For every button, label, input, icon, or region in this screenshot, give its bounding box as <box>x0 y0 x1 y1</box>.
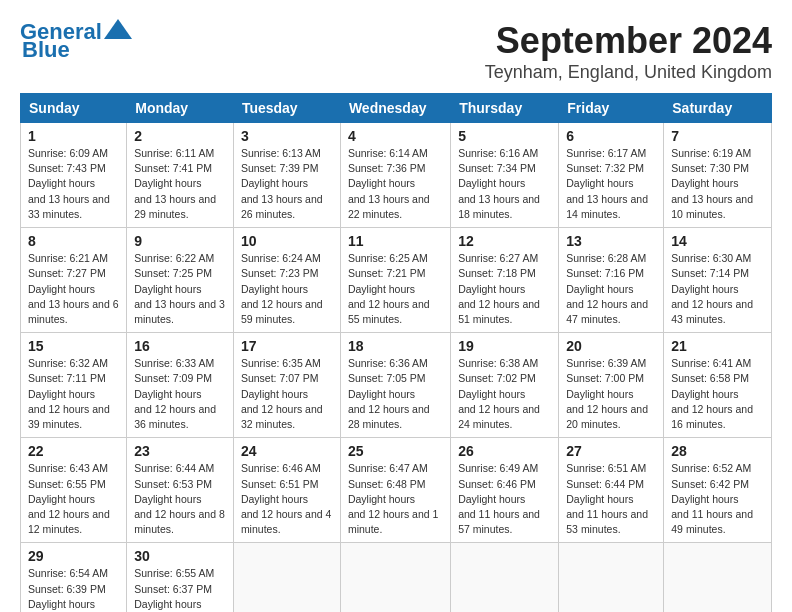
day-number: 13 <box>566 233 656 249</box>
table-row <box>451 543 559 612</box>
table-row: 1 Sunrise: 6:09 AMSunset: 7:43 PMDayligh… <box>21 123 127 228</box>
header-thursday: Thursday <box>451 94 559 123</box>
day-number: 5 <box>458 128 551 144</box>
day-info: Sunrise: 6:25 AMSunset: 7:21 PMDaylight … <box>348 251 443 327</box>
day-number: 8 <box>28 233 119 249</box>
day-info: Sunrise: 6:16 AMSunset: 7:34 PMDaylight … <box>458 146 551 222</box>
header-saturday: Saturday <box>664 94 772 123</box>
title-block: September 2024 Teynham, England, United … <box>485 20 772 83</box>
day-number: 22 <box>28 443 119 459</box>
table-row: 17 Sunrise: 6:35 AMSunset: 7:07 PMDaylig… <box>233 333 340 438</box>
day-info: Sunrise: 6:44 AMSunset: 6:53 PMDaylight … <box>134 461 226 537</box>
table-row <box>233 543 340 612</box>
table-row: 27 Sunrise: 6:51 AMSunset: 6:44 PMDaylig… <box>559 438 664 543</box>
day-info: Sunrise: 6:36 AMSunset: 7:05 PMDaylight … <box>348 356 443 432</box>
table-row: 14 Sunrise: 6:30 AMSunset: 7:14 PMDaylig… <box>664 228 772 333</box>
day-number: 28 <box>671 443 764 459</box>
table-row: 4 Sunrise: 6:14 AMSunset: 7:36 PMDayligh… <box>340 123 450 228</box>
day-number: 7 <box>671 128 764 144</box>
day-info: Sunrise: 6:22 AMSunset: 7:25 PMDaylight … <box>134 251 226 327</box>
day-number: 17 <box>241 338 333 354</box>
table-row: 22 Sunrise: 6:43 AMSunset: 6:55 PMDaylig… <box>21 438 127 543</box>
day-number: 14 <box>671 233 764 249</box>
logo-blue-text: Blue <box>22 37 70 62</box>
day-info: Sunrise: 6:24 AMSunset: 7:23 PMDaylight … <box>241 251 333 327</box>
day-info: Sunrise: 6:21 AMSunset: 7:27 PMDaylight … <box>28 251 119 327</box>
day-number: 24 <box>241 443 333 459</box>
table-row: 24 Sunrise: 6:46 AMSunset: 6:51 PMDaylig… <box>233 438 340 543</box>
logo-icon <box>104 19 132 39</box>
table-row: 20 Sunrise: 6:39 AMSunset: 7:00 PMDaylig… <box>559 333 664 438</box>
table-row <box>340 543 450 612</box>
table-row: 26 Sunrise: 6:49 AMSunset: 6:46 PMDaylig… <box>451 438 559 543</box>
day-info: Sunrise: 6:47 AMSunset: 6:48 PMDaylight … <box>348 461 443 537</box>
calendar-week-row: 1 Sunrise: 6:09 AMSunset: 7:43 PMDayligh… <box>21 123 772 228</box>
table-row: 8 Sunrise: 6:21 AMSunset: 7:27 PMDayligh… <box>21 228 127 333</box>
table-row: 21 Sunrise: 6:41 AMSunset: 6:58 PMDaylig… <box>664 333 772 438</box>
calendar-body: 1 Sunrise: 6:09 AMSunset: 7:43 PMDayligh… <box>21 123 772 613</box>
day-info: Sunrise: 6:17 AMSunset: 7:32 PMDaylight … <box>566 146 656 222</box>
day-number: 9 <box>134 233 226 249</box>
day-info: Sunrise: 6:35 AMSunset: 7:07 PMDaylight … <box>241 356 333 432</box>
table-row: 6 Sunrise: 6:17 AMSunset: 7:32 PMDayligh… <box>559 123 664 228</box>
calendar-table: Sunday Monday Tuesday Wednesday Thursday… <box>20 93 772 612</box>
day-number: 1 <box>28 128 119 144</box>
table-row: 25 Sunrise: 6:47 AMSunset: 6:48 PMDaylig… <box>340 438 450 543</box>
calendar-title: September 2024 <box>485 20 772 62</box>
table-row: 19 Sunrise: 6:38 AMSunset: 7:02 PMDaylig… <box>451 333 559 438</box>
table-row: 16 Sunrise: 6:33 AMSunset: 7:09 PMDaylig… <box>127 333 234 438</box>
day-number: 15 <box>28 338 119 354</box>
day-info: Sunrise: 6:39 AMSunset: 7:00 PMDaylight … <box>566 356 656 432</box>
day-number: 3 <box>241 128 333 144</box>
calendar-week-row: 15 Sunrise: 6:32 AMSunset: 7:11 PMDaylig… <box>21 333 772 438</box>
day-number: 20 <box>566 338 656 354</box>
calendar-week-row: 22 Sunrise: 6:43 AMSunset: 6:55 PMDaylig… <box>21 438 772 543</box>
day-number: 27 <box>566 443 656 459</box>
table-row: 3 Sunrise: 6:13 AMSunset: 7:39 PMDayligh… <box>233 123 340 228</box>
svg-marker-0 <box>104 19 132 39</box>
table-row: 18 Sunrise: 6:36 AMSunset: 7:05 PMDaylig… <box>340 333 450 438</box>
table-row: 13 Sunrise: 6:28 AMSunset: 7:16 PMDaylig… <box>559 228 664 333</box>
day-info: Sunrise: 6:27 AMSunset: 7:18 PMDaylight … <box>458 251 551 327</box>
day-info: Sunrise: 6:52 AMSunset: 6:42 PMDaylight … <box>671 461 764 537</box>
table-row: 29 Sunrise: 6:54 AMSunset: 6:39 PMDaylig… <box>21 543 127 612</box>
header-sunday: Sunday <box>21 94 127 123</box>
table-row: 2 Sunrise: 6:11 AMSunset: 7:41 PMDayligh… <box>127 123 234 228</box>
day-number: 4 <box>348 128 443 144</box>
day-info: Sunrise: 6:09 AMSunset: 7:43 PMDaylight … <box>28 146 119 222</box>
header-friday: Friday <box>559 94 664 123</box>
page-header: General Blue September 2024 Teynham, Eng… <box>20 20 772 83</box>
table-row: 5 Sunrise: 6:16 AMSunset: 7:34 PMDayligh… <box>451 123 559 228</box>
table-row: 11 Sunrise: 6:25 AMSunset: 7:21 PMDaylig… <box>340 228 450 333</box>
day-number: 2 <box>134 128 226 144</box>
day-number: 19 <box>458 338 551 354</box>
table-row: 28 Sunrise: 6:52 AMSunset: 6:42 PMDaylig… <box>664 438 772 543</box>
day-number: 6 <box>566 128 656 144</box>
day-number: 18 <box>348 338 443 354</box>
day-info: Sunrise: 6:30 AMSunset: 7:14 PMDaylight … <box>671 251 764 327</box>
day-number: 23 <box>134 443 226 459</box>
table-row: 7 Sunrise: 6:19 AMSunset: 7:30 PMDayligh… <box>664 123 772 228</box>
day-number: 30 <box>134 548 226 564</box>
day-number: 26 <box>458 443 551 459</box>
day-info: Sunrise: 6:49 AMSunset: 6:46 PMDaylight … <box>458 461 551 537</box>
day-info: Sunrise: 6:41 AMSunset: 6:58 PMDaylight … <box>671 356 764 432</box>
day-number: 21 <box>671 338 764 354</box>
header-monday: Monday <box>127 94 234 123</box>
header-tuesday: Tuesday <box>233 94 340 123</box>
day-info: Sunrise: 6:51 AMSunset: 6:44 PMDaylight … <box>566 461 656 537</box>
table-row: 12 Sunrise: 6:27 AMSunset: 7:18 PMDaylig… <box>451 228 559 333</box>
day-info: Sunrise: 6:13 AMSunset: 7:39 PMDaylight … <box>241 146 333 222</box>
day-number: 16 <box>134 338 226 354</box>
day-info: Sunrise: 6:28 AMSunset: 7:16 PMDaylight … <box>566 251 656 327</box>
day-number: 10 <box>241 233 333 249</box>
logo: General Blue <box>20 20 132 62</box>
table-row: 9 Sunrise: 6:22 AMSunset: 7:25 PMDayligh… <box>127 228 234 333</box>
day-info: Sunrise: 6:33 AMSunset: 7:09 PMDaylight … <box>134 356 226 432</box>
day-info: Sunrise: 6:14 AMSunset: 7:36 PMDaylight … <box>348 146 443 222</box>
day-number: 29 <box>28 548 119 564</box>
calendar-subtitle: Teynham, England, United Kingdom <box>485 62 772 83</box>
calendar-week-row: 8 Sunrise: 6:21 AMSunset: 7:27 PMDayligh… <box>21 228 772 333</box>
day-info: Sunrise: 6:38 AMSunset: 7:02 PMDaylight … <box>458 356 551 432</box>
day-number: 11 <box>348 233 443 249</box>
